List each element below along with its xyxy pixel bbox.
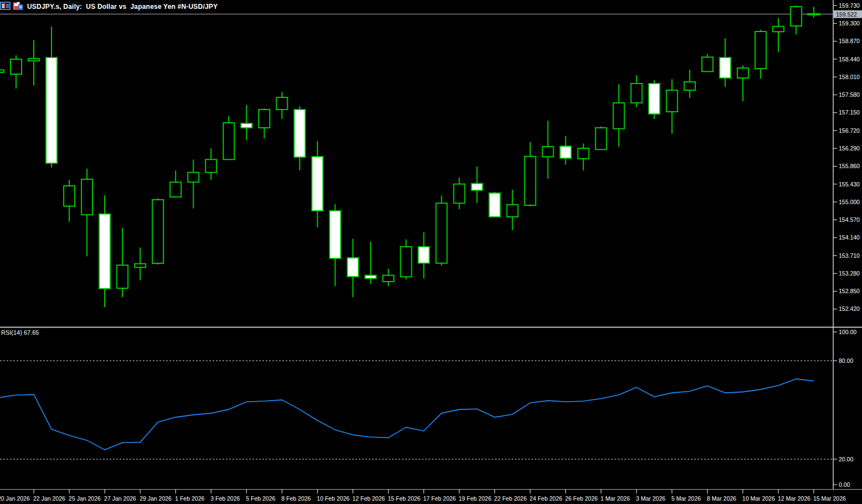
rsi-tick-label: 0.00 [839, 481, 850, 488]
time-tick-label: 3 Mar 2026 [636, 495, 665, 502]
time-tick-label: 27 Jan 2026 [104, 495, 136, 502]
price-tick-label: 155.430 [839, 181, 860, 188]
chart-rsi-splitter[interactable] [0, 327, 862, 328]
candle-body-bull[interactable] [755, 32, 766, 69]
candle-body-bull[interactable] [276, 97, 287, 110]
candle-body-bear[interactable] [99, 214, 110, 289]
candle-body-bear[interactable] [46, 58, 57, 163]
candle-body-bull[interactable] [773, 27, 784, 32]
indicator-value-label: RSI(14) 67.65 [1, 329, 39, 336]
candle-body-bull[interactable] [205, 159, 216, 172]
time-axis[interactable]: 20 Jan 202622 Jan 202625 Jan 202627 Jan … [0, 489, 846, 502]
candle-body-bull[interactable] [64, 186, 75, 206]
candle-body-bull[interactable] [383, 276, 394, 282]
candle-body-bull[interactable] [507, 205, 518, 217]
candle-body-bear[interactable] [489, 193, 500, 217]
price-tick-label: 156.720 [839, 127, 860, 134]
time-tick-label: 10 Mar 2026 [742, 495, 775, 502]
candle-body-bull[interactable] [152, 200, 163, 263]
candle-body-bull[interactable] [543, 147, 554, 157]
candle-body-bull[interactable] [28, 59, 39, 61]
candle-body-bull[interactable] [170, 182, 181, 197]
candle-body-bull[interactable] [454, 184, 465, 204]
price-tick-label: 157.580 [839, 91, 860, 98]
candle-body-bull[interactable] [223, 123, 234, 159]
time-tick-label: 8 Mar 2026 [707, 495, 736, 502]
price-tick-label: 152.420 [839, 305, 860, 312]
candle-body-bull[interactable] [135, 264, 146, 268]
rsi-line [0, 379, 814, 450]
time-tick-label: 29 Jan 2026 [140, 495, 172, 502]
time-tick-label: 5 Mar 2026 [672, 495, 701, 502]
candle-body-bull[interactable] [613, 103, 624, 129]
price-tick-label: 154.140 [839, 234, 860, 241]
candle-body-bull[interactable] [525, 157, 536, 205]
rsi-tick-label: 20.00 [839, 456, 853, 463]
panel-dividers[interactable] [0, 327, 862, 490]
candle-body-bear[interactable] [294, 110, 305, 157]
time-tick-label: 22 Feb 2026 [494, 495, 527, 502]
candle-body-bull[interactable] [259, 110, 270, 128]
time-tick-label: 10 Feb 2026 [317, 495, 349, 502]
candle-body-bear[interactable] [720, 58, 731, 78]
chart-window-icon[interactable] [13, 2, 24, 11]
candle-body-bull[interactable] [578, 148, 589, 159]
candle-body-bear[interactable] [472, 184, 483, 190]
time-tick-label: 20 Jan 2026 [0, 495, 30, 502]
candle-body-bear[interactable] [649, 84, 660, 114]
market-watch-icon[interactable] [0, 2, 11, 11]
indicator-axis[interactable]: 100.0080.0020.000.00 [833, 329, 856, 488]
price-axis[interactable]: 159.730159.300158.870158.440158.010157.5… [833, 0, 860, 489]
candle-body-bull[interactable] [737, 68, 749, 78]
candle-body-bear[interactable] [365, 276, 376, 279]
candle-body-bull[interactable] [436, 203, 447, 263]
price-tick-label: 152.850 [839, 288, 860, 294]
price-tick-label: 158.440 [839, 56, 860, 63]
time-tick-label: 26 Feb 2026 [565, 495, 598, 502]
candle-body-bull[interactable] [11, 59, 22, 74]
price-tick-label: 153.280 [839, 270, 860, 277]
candle-body-bull[interactable] [81, 179, 92, 215]
candle-body-bull[interactable] [631, 84, 642, 103]
candle-body-bull[interactable] [596, 128, 607, 149]
rsi-timeaxis-splitter [0, 489, 862, 490]
time-tick-label: 19 Feb 2026 [459, 495, 492, 502]
price-tick-label: 158.870 [839, 38, 860, 44]
candle-body-bull[interactable] [702, 57, 713, 71]
time-tick-label: 1 Feb 2026 [175, 495, 204, 502]
time-tick-label: 15 Mar 2026 [813, 495, 846, 502]
price-tick-label: 153.710 [839, 252, 860, 259]
price-tick-label: 155.000 [839, 199, 860, 205]
price-tick-label: 158.010 [839, 74, 860, 80]
time-tick-label: 12 Mar 2026 [778, 495, 811, 502]
price-tick-label: 155.860 [839, 163, 860, 169]
candle-body-bull[interactable] [400, 247, 411, 277]
candle-body-bear[interactable] [347, 258, 358, 277]
candle-body-bear[interactable] [560, 146, 571, 158]
candle-body-bear[interactable] [329, 211, 340, 258]
time-tick-label: 8 Feb 2026 [281, 495, 311, 502]
time-tick-label: 3 Feb 2026 [210, 495, 240, 502]
candle-body-bull[interactable] [117, 265, 128, 288]
candle-body-bull[interactable] [684, 82, 695, 90]
bid-price-badge-text: 159.522 [836, 11, 857, 18]
candle-body-bear[interactable] [312, 157, 323, 211]
candle-body-bull[interactable] [667, 90, 678, 112]
chart-window: USDJPY.s, Daily: US Dollar vs Japanese Y… [0, 0, 862, 504]
price-tick-label: 154.570 [839, 216, 860, 223]
candles-layer [0, 6, 820, 307]
price-chart-canvas[interactable]: 159.730159.300158.870158.440158.010157.5… [0, 0, 862, 504]
candle-body-bull[interactable] [0, 70, 4, 72]
candle-body-bear[interactable] [418, 247, 429, 263]
candle-body-bear[interactable] [241, 123, 252, 128]
candle-body-bull[interactable] [791, 7, 802, 26]
rsi-polyline [0, 379, 814, 450]
price-tick-label: 159.300 [839, 20, 860, 27]
time-tick-label: 15 Feb 2026 [388, 495, 420, 502]
candle-doji-body[interactable] [807, 13, 820, 15]
candle-body-bull[interactable] [188, 173, 199, 183]
time-tick-label: 25 Jan 2026 [69, 495, 101, 502]
rsi-tick-label: 80.00 [839, 357, 853, 364]
time-tick-label: 5 Feb 2026 [246, 495, 275, 502]
time-tick-label: 24 Feb 2026 [530, 495, 562, 502]
